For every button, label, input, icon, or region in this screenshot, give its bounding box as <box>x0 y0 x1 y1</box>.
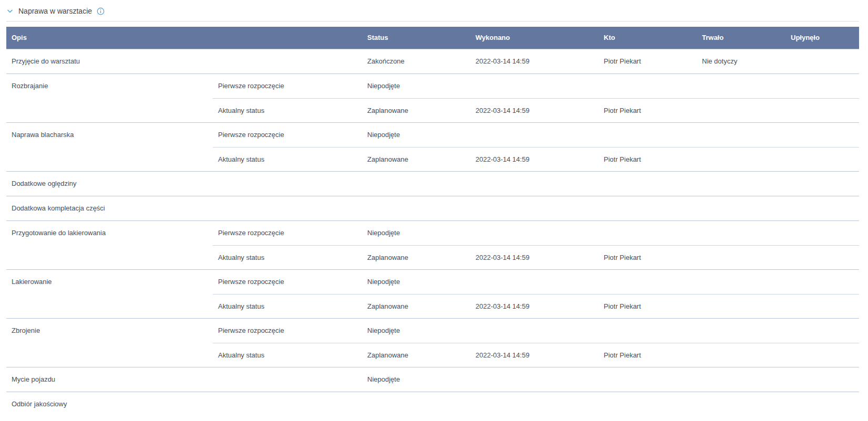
column-header-status: Status <box>362 27 470 49</box>
table-header-row: Opis Status Wykonano Kto Trwało Upłynęło <box>6 27 859 49</box>
sub-row: Aktualny status Zaplanowane 2022-03-14 1… <box>213 343 859 367</box>
cell-opis: Zbrojenie <box>6 319 213 367</box>
cell-uplynelo <box>786 270 859 294</box>
cell-wykonano <box>470 392 598 416</box>
cell-kto: Piotr Piekart <box>598 294 697 318</box>
cell-status: Niepodjęte <box>362 270 470 294</box>
cell-wykonano <box>470 221 598 245</box>
cell-uplynelo <box>786 49 859 73</box>
cell-status <box>362 172 470 196</box>
sub-row: Aktualny status Zaplanowane 2022-03-14 1… <box>213 245 859 269</box>
cell-opis: Dodatkowe oględziny <box>6 172 213 196</box>
cell-sub-label: Pierwsze rozpoczęcie <box>213 319 362 343</box>
cell-sub-label: Pierwsze rozpoczęcie <box>213 221 362 245</box>
cell-status: Zaplanowane <box>362 343 470 367</box>
cell-sub-label <box>213 367 362 392</box>
table-row: Zbrojenie Pierwsze rozpoczęcie Niepodjęt… <box>6 318 859 367</box>
cell-wykonano: 2022-03-14 14:59 <box>470 294 598 318</box>
sub-row: Aktualny status Zaplanowane 2022-03-14 1… <box>213 294 859 318</box>
cell-status: Zaplanowane <box>362 99 470 122</box>
cell-opis: Mycie pojazdu <box>6 367 213 392</box>
cell-wykonano <box>470 123 598 147</box>
cell-status: Niepodjęte <box>362 74 470 98</box>
table-row: Odbiór jakościowy <box>6 392 859 416</box>
cell-status: Niepodjęte <box>362 123 470 147</box>
cell-wykonano <box>470 74 598 98</box>
column-header-trwalo: Trwało <box>697 27 786 49</box>
cell-opis: Rozbrajanie <box>6 74 213 122</box>
cell-kto <box>598 270 697 294</box>
sub-row: Pierwsze rozpoczęcie Niepodjęte <box>213 74 859 98</box>
cell-status: Zaplanowane <box>362 148 470 171</box>
chevron-down-icon[interactable] <box>6 7 14 15</box>
cell-trwalo <box>697 123 786 147</box>
cell-sub-label: Aktualny status <box>213 343 362 367</box>
cell-wykonano <box>470 270 598 294</box>
table-row: Dodatkowe oględziny <box>6 171 859 196</box>
cell-uplynelo <box>786 221 859 245</box>
cell-uplynelo <box>786 343 859 367</box>
cell-sub-label <box>213 196 362 220</box>
cell-status: Niepodjęte <box>362 367 470 392</box>
cell-uplynelo <box>786 99 859 122</box>
cell-wykonano <box>470 319 598 343</box>
cell-trwalo <box>697 99 786 122</box>
table-row: Rozbrajanie Pierwsze rozpoczęcie Niepodj… <box>6 73 859 122</box>
cell-kto <box>598 172 697 196</box>
cell-kto <box>598 319 697 343</box>
page: Naprawa w warsztacie Opis Status Wykonan… <box>0 0 868 416</box>
cell-trwalo <box>697 221 786 245</box>
cell-trwalo <box>697 343 786 367</box>
cell-sub-label: Aktualny status <box>213 294 362 318</box>
cell-wykonano <box>470 172 598 196</box>
section-title: Naprawa w warsztacie <box>18 7 92 15</box>
cell-opis: Przygotowanie do lakierowania <box>6 221 213 269</box>
column-header-kto: Kto <box>598 27 697 49</box>
cell-sub-label <box>213 392 362 416</box>
cell-sub-label: Pierwsze rozpoczęcie <box>213 123 362 147</box>
sub-row: Pierwsze rozpoczęcie Niepodjęte <box>213 221 859 245</box>
cell-kto <box>598 221 697 245</box>
cell-kto: Piotr Piekart <box>598 148 697 171</box>
sub-row <box>213 172 859 196</box>
cell-opis: Naprawa blacharska <box>6 123 213 171</box>
table-row: Mycie pojazdu Niepodjęte <box>6 367 859 392</box>
sub-row <box>213 196 859 220</box>
cell-wykonano <box>470 367 598 392</box>
repair-status-table: Opis Status Wykonano Kto Trwało Upłynęło… <box>6 27 859 416</box>
cell-sub-label: Pierwsze rozpoczęcie <box>213 270 362 294</box>
sub-row: Aktualny status Zaplanowane 2022-03-14 1… <box>213 147 859 171</box>
sub-row: Pierwsze rozpoczęcie Niepodjęte <box>213 319 859 343</box>
cell-opis: Odbiór jakościowy <box>6 392 213 416</box>
cell-uplynelo <box>786 196 859 220</box>
cell-wykonano: 2022-03-14 14:59 <box>470 246 598 269</box>
cell-status: Zakończone <box>362 49 470 73</box>
column-header-uplynelo: Upłynęło <box>786 27 859 49</box>
cell-kto: Piotr Piekart <box>598 49 697 73</box>
section-divider <box>6 21 859 22</box>
cell-status: Zaplanowane <box>362 246 470 269</box>
cell-kto: Piotr Piekart <box>598 343 697 367</box>
cell-sub-label: Aktualny status <box>213 99 362 122</box>
table-row: Dodatkowa kompletacja części <box>6 196 859 220</box>
cell-sub-label: Pierwsze rozpoczęcie <box>213 74 362 98</box>
cell-uplynelo <box>786 172 859 196</box>
section-header[interactable]: Naprawa w warsztacie <box>6 0 859 21</box>
cell-uplynelo <box>786 294 859 318</box>
cell-wykonano <box>470 196 598 220</box>
cell-sub-label <box>213 172 362 196</box>
cell-wykonano: 2022-03-14 14:59 <box>470 99 598 122</box>
cell-trwalo <box>697 246 786 269</box>
cell-status <box>362 196 470 220</box>
cell-kto <box>598 123 697 147</box>
cell-uplynelo <box>786 148 859 171</box>
cell-opis: Dodatkowa kompletacja części <box>6 196 213 220</box>
cell-sub-label: Aktualny status <box>213 148 362 171</box>
cell-uplynelo <box>786 74 859 98</box>
cell-wykonano: 2022-03-14 14:59 <box>470 148 598 171</box>
cell-status: Niepodjęte <box>362 221 470 245</box>
cell-uplynelo <box>786 246 859 269</box>
sub-row: Pierwsze rozpoczęcie Niepodjęte <box>213 270 859 294</box>
cell-sub-label <box>213 49 362 73</box>
info-icon[interactable] <box>97 7 105 15</box>
